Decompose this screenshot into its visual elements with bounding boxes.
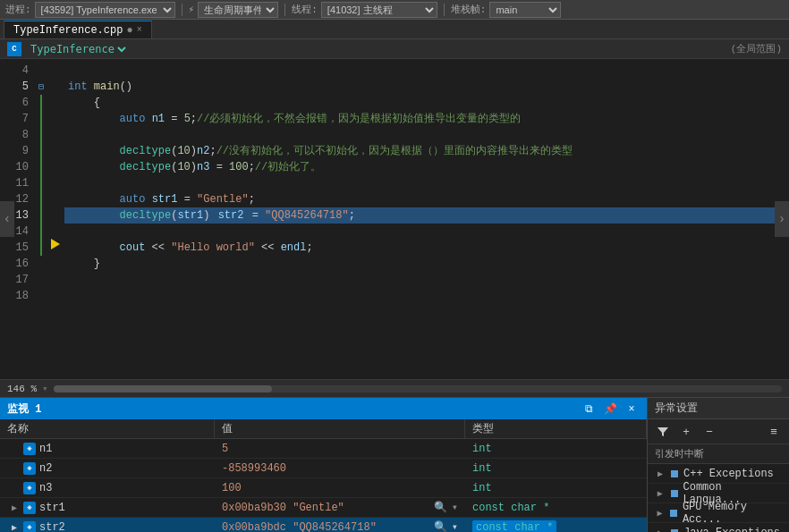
- gutter-18: [47, 284, 64, 300]
- exception-settings-button[interactable]: ≡: [764, 422, 784, 442]
- thread-label: 线程:: [292, 3, 318, 16]
- bottom-panel: 监视 1 ⧉ 📌 × 名称 值 类型 ◈ n1: [0, 397, 789, 532]
- line-num-9: 9: [0, 143, 29, 159]
- collapse-4: [36, 63, 47, 79]
- watch-panel: 监视 1 ⧉ 📌 × 名称 值 类型 ◈ n1: [0, 398, 648, 532]
- watch-row-n3[interactable]: ◈ n3 100 int: [0, 478, 647, 498]
- watch-cell-type-str2: const char *: [465, 518, 647, 532]
- watch-search-icon-str1[interactable]: 🔍: [434, 501, 448, 515]
- exc-expand-java[interactable]: ▶: [655, 528, 666, 533]
- exc-expand-gpu[interactable]: ▶: [655, 508, 665, 519]
- watch-cell-type-n2: int: [465, 459, 647, 477]
- breadcrumb-scope: (全局范围): [731, 42, 782, 55]
- watch-float-button[interactable]: ⧉: [581, 401, 597, 417]
- exc-expand-cpp[interactable]: ▶: [655, 469, 666, 479]
- breadcrumb-select[interactable]: TypeInference: [27, 42, 129, 56]
- code-line-6: {: [64, 95, 789, 111]
- exc-color-java: [671, 529, 678, 533]
- zoom-scrollbar-thumb: [54, 385, 272, 393]
- line-num-15: 15: [0, 240, 29, 256]
- collapse-14: [36, 224, 47, 240]
- exception-panel: 异常设置 + − ≡ 引发时中断 ▶ C++ Exceptions ▶: [648, 398, 789, 532]
- exception-break-label: 引发时中断: [648, 444, 789, 464]
- process-select[interactable]: [43592] TypeInference.exe: [35, 2, 175, 18]
- exception-remove-button[interactable]: −: [700, 422, 719, 442]
- watch-cell-name-n1: ◈ n1: [0, 439, 215, 458]
- exception-add-button[interactable]: +: [676, 422, 696, 442]
- highlight-str2: str2: [216, 207, 246, 224]
- thread-select[interactable]: [41032] 主线程: [321, 2, 437, 18]
- zoom-level: 146 %: [7, 384, 37, 394]
- tab-typeinference[interactable]: TypeInference.cpp ● ×: [4, 21, 152, 38]
- watch-icon-n1: ◈: [23, 443, 36, 455]
- toolbar-sep-1: [182, 4, 182, 16]
- exc-color-gpu: [670, 510, 677, 517]
- watch-row-n2[interactable]: ◈ n2 -858993460 int: [0, 459, 647, 478]
- collapse-17: [36, 272, 47, 288]
- toolbar-sep-3: [444, 4, 445, 16]
- code-line-4: [64, 63, 789, 79]
- watch-icon-str1: ◈: [23, 502, 36, 514]
- gutter-6: [47, 91, 64, 107]
- gutter-13: [47, 204, 64, 220]
- exc-color-cpp: [671, 470, 678, 477]
- code-content[interactable]: int main () { auto n1 = 5 ; //必须初始化，不然会报…: [64, 59, 789, 379]
- scroll-right-button[interactable]: ›: [775, 201, 789, 237]
- watch-cell-val-n1: 5: [215, 439, 465, 458]
- gutter-16: [47, 252, 64, 268]
- watch-close-button[interactable]: ×: [624, 401, 640, 417]
- watch-row-str1[interactable]: ▶ ◈ str1 0x00ba9b30 "Gentle" 🔍 ▾ const c…: [0, 498, 647, 518]
- zoom-bar: 146 % ▾: [0, 379, 789, 397]
- scroll-left-button[interactable]: ‹: [0, 201, 14, 237]
- code-line-11: [64, 175, 789, 191]
- gutter-5: [47, 75, 64, 91]
- watch-search-icon-str2[interactable]: 🔍: [434, 520, 448, 533]
- execution-arrow: [51, 239, 60, 249]
- toolbar-sep-2: [284, 4, 285, 16]
- watch-cell-name-str2: ▶ ◈ str2: [0, 518, 215, 532]
- watch-cell-name-str1: ▶ ◈ str1: [0, 498, 215, 517]
- exc-item-gpu[interactable]: ▶ GPU Memory Acc...: [648, 503, 789, 523]
- gutter-15: [47, 236, 64, 252]
- line-num-11: 11: [0, 175, 29, 191]
- exception-filter-button[interactable]: [653, 422, 673, 442]
- gutter-4: [47, 59, 64, 75]
- watch-row-str2[interactable]: ▶ ◈ str2 0x00ba9bdc "QQ845264718" 🔍 ▾ co…: [0, 518, 647, 532]
- exception-list: ▶ C++ Exceptions ▶ Common Langua... ▶ GP…: [648, 464, 789, 532]
- code-line-18: [64, 288, 789, 304]
- watch-icon-str2: ◈: [23, 521, 36, 533]
- collapse-9: [36, 143, 47, 159]
- code-line-8: [64, 127, 789, 143]
- exc-expand-common[interactable]: ▶: [655, 488, 666, 499]
- watch-row-n1[interactable]: ◈ n1 5 int: [0, 439, 647, 459]
- gutter-7: [47, 107, 64, 123]
- collapse-8: [36, 127, 47, 143]
- file-type-icon: C: [7, 42, 21, 56]
- tab-close-button[interactable]: ×: [137, 25, 142, 35]
- collapse-12: [36, 191, 47, 207]
- collapse-bar: ⊟: [36, 59, 47, 379]
- watch-cell-name-n2: ◈ n2: [0, 459, 215, 477]
- gutter-17: [47, 268, 64, 284]
- collapse-6: [36, 95, 47, 111]
- watch-title: 监视 1: [7, 401, 41, 417]
- watch-cell-val-n3: 100: [215, 478, 465, 497]
- exception-panel-header: 异常设置: [648, 398, 789, 419]
- line-num-10: 10: [0, 159, 29, 175]
- stack-select[interactable]: main: [489, 2, 561, 18]
- gutter-10: [47, 156, 64, 172]
- lifecycle-select[interactable]: 生命周期事件: [198, 2, 278, 18]
- exc-color-common: [671, 490, 678, 497]
- zoom-scrollbar[interactable]: [54, 385, 782, 393]
- collapse-7: [36, 111, 47, 127]
- collapse-18: [36, 288, 47, 304]
- watch-col-header-name: 名称: [0, 419, 215, 438]
- collapse-5: ⊟: [36, 79, 47, 95]
- tab-label: TypeInference.cpp: [13, 24, 123, 37]
- line-num-8: 8: [0, 127, 29, 143]
- process-label: 进程:: [5, 3, 31, 16]
- watch-pin-button[interactable]: 📌: [602, 401, 618, 417]
- watch-rows: ◈ n1 5 int ◈ n2 -858993460: [0, 439, 647, 532]
- line-num-18: 18: [0, 288, 29, 304]
- collapse-16: [36, 256, 47, 272]
